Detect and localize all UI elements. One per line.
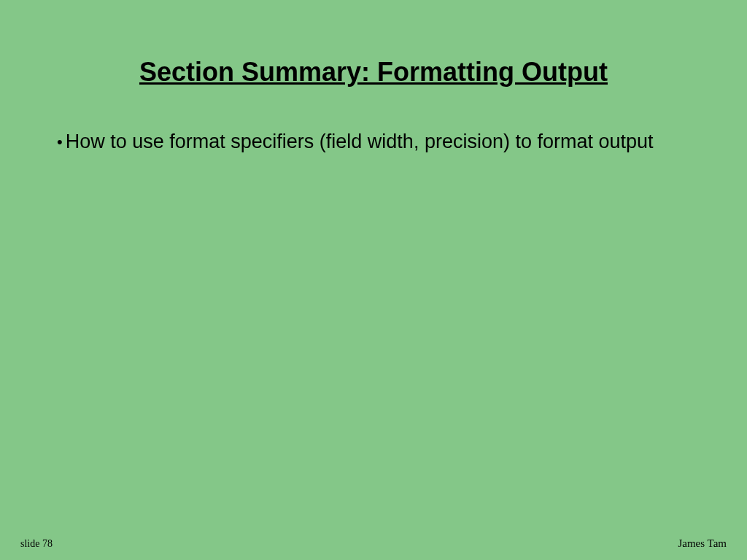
bullet-list: • How to use format specifiers (field wi… [57,130,703,155]
slide: Section Summary: Formatting Output • How… [0,0,747,560]
slide-title: Section Summary: Formatting Output [0,57,747,88]
bullet-text: How to use format specifiers (field widt… [66,130,654,155]
bullet-item: • How to use format specifiers (field wi… [57,130,703,155]
slide-number: slide 78 [20,538,53,550]
bullet-marker-icon: • [57,130,63,154]
author-name: James Tam [678,537,727,550]
